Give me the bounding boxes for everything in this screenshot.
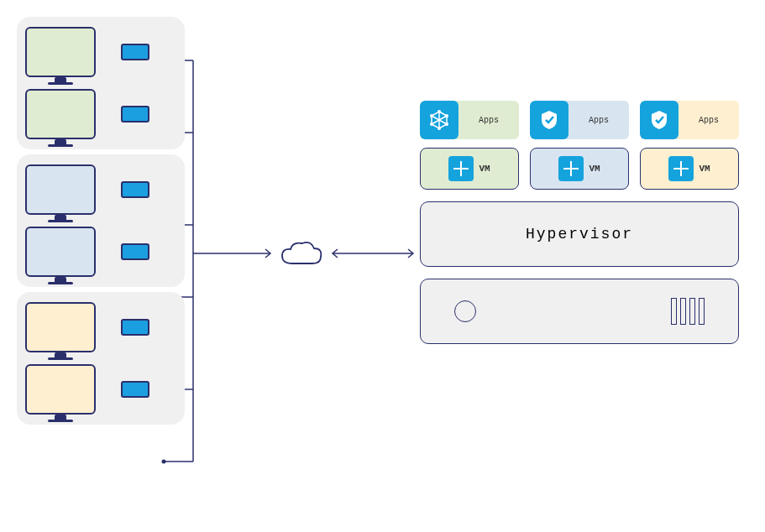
client-row: [25, 27, 176, 77]
nic-icon: [121, 381, 149, 398]
svg-point-21: [445, 123, 448, 126]
cloud-icon: [277, 238, 324, 269]
monitor-icon: [25, 164, 96, 215]
vents-icon: [671, 298, 705, 325]
clients-column: [17, 17, 185, 430]
hypervisor-label: Hypervisor: [526, 226, 633, 243]
app-pair: Apps: [530, 101, 629, 139]
monitor-icon: [25, 364, 96, 415]
client-row: [25, 227, 176, 277]
vm-box: VM: [420, 148, 519, 190]
app-pair: Apps: [640, 101, 739, 139]
nic-icon: [121, 181, 149, 198]
client-group-blue: [17, 154, 185, 287]
client-row: [25, 364, 176, 415]
vm-row: VM VM VM: [420, 148, 739, 190]
client-row: [25, 164, 176, 215]
client-group-cream: [17, 292, 185, 425]
svg-point-20: [445, 114, 448, 117]
app-label: Apps: [458, 101, 519, 139]
client-row: [25, 89, 176, 139]
svg-point-22: [438, 127, 441, 130]
svg-point-24: [430, 114, 433, 117]
server-stack: Apps Apps Apps VM: [420, 101, 739, 344]
client-group-green: [17, 17, 185, 149]
windows-icon: [558, 156, 584, 181]
vm-label: VM: [479, 164, 490, 174]
apps-row: Apps Apps Apps: [420, 101, 739, 139]
vm-box: VM: [640, 148, 739, 190]
hypervisor-box: Hypervisor: [420, 201, 739, 267]
monitor-icon: [25, 302, 96, 352]
vm-box: VM: [530, 148, 629, 190]
app-label: Apps: [569, 101, 629, 139]
nic-icon: [121, 319, 149, 336]
monitor-icon: [25, 27, 96, 77]
app-label: Apps: [679, 101, 739, 139]
app-pair: Apps: [420, 101, 519, 139]
client-row: [25, 302, 176, 352]
windows-icon: [668, 156, 694, 181]
monitor-icon: [25, 89, 96, 139]
nic-icon: [121, 44, 149, 60]
svg-point-14: [162, 460, 166, 464]
nic-icon: [121, 243, 149, 260]
nic-icon: [121, 106, 149, 123]
vm-label: VM: [589, 164, 600, 174]
svg-point-19: [438, 110, 441, 113]
svg-point-23: [430, 123, 433, 126]
shield-check-icon: [640, 101, 679, 139]
monitor-icon: [25, 227, 96, 277]
integration-icon: [420, 101, 458, 139]
shield-check-icon: [530, 101, 569, 139]
windows-icon: [448, 156, 474, 181]
vm-label: VM: [699, 164, 710, 174]
server-hardware: [420, 279, 739, 344]
power-indicator-icon: [454, 300, 476, 322]
